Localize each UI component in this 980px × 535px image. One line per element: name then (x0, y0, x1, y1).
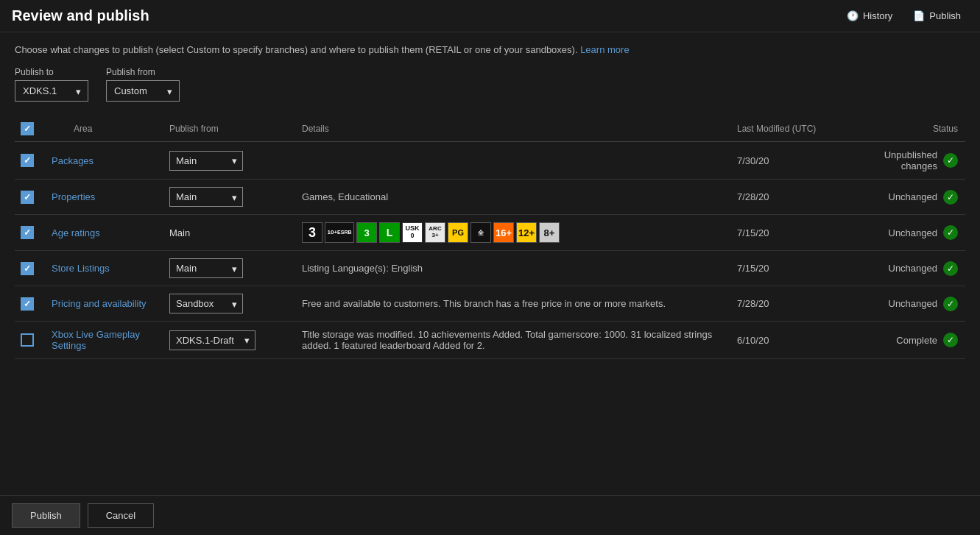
publish-from-select-store-listings[interactable]: Main (169, 258, 243, 278)
learn-more-link[interactable]: Learn more (580, 44, 629, 55)
top-bar-actions: 🕐 History 📄 Publish (839, 7, 968, 24)
row-publish-from-xbox-gameplay: XDKS.1-Draft (162, 322, 295, 359)
row-details-properties: Games, Educational (295, 180, 730, 215)
row-modified-pricing-availability: 7/28/20 (730, 286, 847, 322)
row-area-properties: Properties (44, 180, 162, 215)
badge-16: 16+ (493, 222, 514, 243)
row-publish-from-age-ratings: Main (162, 215, 295, 251)
status-cell-store-listings: Unchanged ✓ (855, 261, 958, 276)
publish-from-select-properties[interactable]: Main (169, 187, 243, 207)
publish-top-button[interactable]: 📄 Publish (906, 7, 968, 24)
status-text-store-listings: Unchanged (889, 263, 938, 274)
row-checkbox-cell-packages (15, 142, 44, 180)
description-text: Choose what changes to publish (select C… (15, 44, 965, 55)
publish-button[interactable]: Publish (12, 503, 80, 528)
publish-to-select[interactable]: XDKS.1 (15, 80, 88, 102)
status-text-packages: Unpublished changes (855, 149, 937, 171)
publish-from-select-wrapper-pricing-availability: Sandbox (169, 294, 243, 313)
row-modified-xbox-gameplay: 6/10/20 (730, 322, 847, 359)
area-link-age-ratings[interactable]: Age ratings (52, 227, 100, 238)
row-publish-from-properties: Main (162, 180, 295, 215)
select-all-checkbox[interactable] (21, 122, 34, 135)
status-cell-packages: Unpublished changes ✓ (855, 149, 958, 171)
row-details-xbox-gameplay: Title storage was modified. 10 achieveme… (295, 322, 730, 359)
main-table: Area Publish from Details Last Modified … (15, 116, 965, 359)
area-link-pricing-availability[interactable]: Pricing and availability (52, 298, 147, 309)
row-checkbox-xbox-gameplay[interactable] (21, 333, 34, 347)
publish-from-plain-age-ratings: Main (169, 227, 190, 238)
badge-l: L (379, 222, 400, 243)
table-row: Xbox Live Gameplay Settings XDKS.1-Draft… (15, 322, 965, 359)
publish-from-select-wrapper-store-listings: Main (169, 258, 243, 278)
publish-to-select-wrapper: XDKS.1 (15, 80, 88, 102)
header-details: Details (295, 116, 730, 142)
status-cell-xbox-gameplay: Complete ✓ (855, 333, 958, 347)
table-body: Packages Main 7/30/20 Unpublished change… (15, 142, 965, 359)
page-title: Review and publish (12, 7, 149, 24)
row-checkbox-age-ratings[interactable] (21, 226, 34, 239)
publish-from-select-wrapper-xbox-gameplay: XDKS.1-Draft (169, 330, 255, 350)
row-details-pricing-availability: Free and available to customers. This br… (295, 286, 730, 322)
status-icon-properties: ✓ (943, 190, 958, 205)
row-status-properties: Unchanged ✓ (847, 180, 965, 215)
cancel-button[interactable]: Cancel (88, 503, 154, 528)
header-last-modified: Last Modified (UTC) (730, 116, 847, 142)
area-link-store-listings[interactable]: Store Listings (52, 263, 110, 274)
row-details-packages (295, 142, 730, 180)
publish-from-select[interactable]: Custom (106, 80, 180, 102)
row-status-packages: Unpublished changes ✓ (847, 142, 965, 180)
history-label: History (863, 10, 892, 21)
publish-from-select-wrapper: Custom (106, 80, 180, 102)
header-area: Area (44, 116, 162, 142)
row-checkbox-properties[interactable] (21, 191, 34, 204)
row-area-age-ratings: Age ratings (44, 215, 162, 251)
badge-usk: USK0 (402, 222, 423, 243)
history-button[interactable]: 🕐 History (839, 7, 900, 24)
status-text-age-ratings: Unchanged (889, 227, 938, 238)
age-rating-badges: 3 10+ESRB 3 L USK0 ARC3+ PG 全 16+ 12+ 8+ (302, 222, 722, 243)
row-modified-store-listings: 7/15/20 (730, 251, 847, 286)
row-status-xbox-gameplay: Complete ✓ (847, 322, 965, 359)
row-checkbox-packages[interactable] (21, 154, 34, 167)
row-checkbox-store-listings[interactable] (21, 262, 34, 275)
status-cell-pricing-availability: Unchanged ✓ (855, 297, 958, 311)
header-checkbox-cell (15, 116, 44, 142)
row-details-age-ratings: 3 10+ESRB 3 L USK0 ARC3+ PG 全 16+ 12+ 8+ (295, 215, 730, 251)
status-cell-age-ratings: Unchanged ✓ (855, 225, 958, 240)
area-link-xbox-gameplay[interactable]: Xbox Live Gameplay Settings (52, 329, 140, 351)
publish-from-select-packages[interactable]: Main (169, 151, 243, 171)
publish-from-label: Publish from (106, 67, 180, 77)
area-link-packages[interactable]: Packages (52, 155, 94, 166)
row-details-store-listings: Listing Language(s): English (295, 251, 730, 286)
row-checkbox-pricing-availability[interactable] (21, 297, 34, 311)
publish-top-label: Publish (929, 10, 961, 21)
row-modified-properties: 7/28/20 (730, 180, 847, 215)
row-modified-packages: 7/30/20 (730, 142, 847, 180)
publish-from-group: Publish from Custom (106, 67, 180, 102)
row-area-pricing-availability: Pricing and availability (44, 286, 162, 322)
row-modified-age-ratings: 7/15/20 (730, 215, 847, 251)
main-content: Choose what changes to publish (select C… (0, 32, 980, 371)
header-status: Status (847, 116, 965, 142)
table-container: Area Publish from Details Last Modified … (15, 116, 965, 359)
badge-grac: 全 (470, 222, 491, 243)
row-publish-from-store-listings: Main (162, 251, 295, 286)
table-row: Store Listings Main Listing Language(s):… (15, 251, 965, 286)
row-checkbox-cell-pricing-availability (15, 286, 44, 322)
badge-arc3: ARC3+ (425, 222, 445, 243)
publish-top-icon: 📄 (913, 10, 925, 21)
row-checkbox-cell-store-listings (15, 251, 44, 286)
row-checkbox-cell-properties (15, 180, 44, 215)
row-checkbox-cell-xbox-gameplay (15, 322, 44, 359)
status-icon-pricing-availability: ✓ (943, 297, 958, 311)
top-bar: Review and publish 🕐 History 📄 Publish (0, 0, 980, 32)
publish-from-select-pricing-availability[interactable]: Sandbox (169, 294, 243, 313)
row-area-store-listings: Store Listings (44, 251, 162, 286)
area-link-properties[interactable]: Properties (52, 191, 95, 202)
status-text-pricing-availability: Unchanged (889, 298, 938, 309)
publish-from-select-xbox-gameplay[interactable]: XDKS.1-Draft (169, 330, 255, 350)
table-row: Age ratingsMain 3 10+ESRB 3 L USK0 ARC3+… (15, 215, 965, 251)
status-text-xbox-gameplay: Complete (896, 335, 937, 346)
status-icon-store-listings: ✓ (943, 261, 958, 276)
history-icon: 🕐 (847, 10, 859, 21)
